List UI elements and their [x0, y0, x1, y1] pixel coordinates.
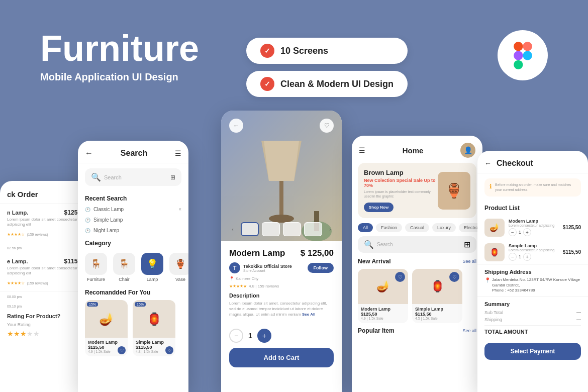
p4-product-1[interactable]: 🪔 ♡ Modern Lamp $125,50 4.9 | 1.5k Sale: [358, 269, 408, 323]
p2-clock-1: 🕐: [85, 207, 90, 212]
p4-prod-meta-1: 4.9 | 1.5k Sale: [361, 317, 405, 320]
p4-banner-desc: Lorem ipsum is placeholder text commonly…: [364, 189, 438, 199]
p1-item-desc-1: Lorem ipsum dolor sit amet consectetur a…: [7, 217, 86, 228]
p2-chair-label: Chair: [119, 277, 130, 282]
p3-qty-minus[interactable]: −: [229, 329, 243, 343]
p1-stars-rating: ★★★★★: [7, 329, 86, 338]
p3-desc-title: Description: [229, 292, 334, 299]
p5-back-arrow[interactable]: ←: [484, 159, 492, 167]
p5-qty-minus-2[interactable]: −: [509, 253, 517, 261]
p5-qty-val-2: 1: [519, 254, 521, 259]
p3-follow-button[interactable]: Follow: [308, 263, 334, 273]
p5-sub-total-row: Sub Total —: [484, 310, 581, 315]
p2-recent-close-1[interactable]: ×: [178, 207, 181, 212]
p3-rating-row: ★★★★★ 4.8 | 159 reviews: [229, 284, 334, 288]
p3-title-row: Modern Lamp $ 125,00: [229, 248, 334, 258]
p3-see-all[interactable]: See All: [302, 312, 315, 317]
p3-product-image: ← ♡ ‹ ›: [221, 111, 342, 241]
p2-product-2[interactable]: 15% 🏮 Simple Lamp $115,50 4.8 | 1.5k Sal…: [133, 300, 175, 356]
p3-thumb-4[interactable]: [304, 222, 322, 236]
p2-lamp-label: Lamp: [147, 277, 158, 282]
p3-thumb-prev[interactable]: ‹: [228, 222, 238, 236]
p2-product-1[interactable]: 15% 🪔 Modern Lamp $125,50 4.9 | 1.5k Sal…: [85, 300, 128, 356]
p5-qty-plus-1[interactable]: +: [523, 228, 531, 236]
p4-banner-sub: New Colection Special Sale Up to 70%: [364, 178, 438, 188]
p4-shop-btn[interactable]: Shop Now: [364, 203, 394, 212]
svg-marker-7: [264, 141, 299, 181]
p2-cat-lamp[interactable]: 💡 Lamp: [141, 253, 163, 282]
phone-detail: ← ♡ ‹ › Modern Lamp $ 125,00 T Tekokiku …: [221, 111, 342, 392]
p4-popular-row: Popular Item See all: [352, 327, 482, 338]
p2-cat-title: Category: [78, 236, 188, 249]
p2-rec-title: Recomandded For You: [78, 286, 188, 300]
svg-rect-0: [514, 42, 523, 51]
p2-filter-icon[interactable]: ⊞: [170, 174, 175, 181]
p2-heart-2[interactable]: ♡: [165, 346, 173, 354]
p4-see-all[interactable]: See all: [462, 259, 476, 264]
p3-content: Modern Lamp $ 125,00 T Tekokiku Official…: [221, 241, 342, 325]
p5-summary-title: Summary: [484, 301, 581, 307]
p2-back-arrow[interactable]: ←: [85, 149, 93, 158]
p2-cat-vase[interactable]: 🏺 Vase: [169, 253, 188, 282]
p5-location-icon2: 📍: [484, 277, 491, 283]
p5-checkout-title: Checkout: [497, 159, 533, 168]
p3-location-icon: 📍: [229, 276, 234, 281]
p4-product-2[interactable]: 🏮 ♡ Simple Lamp $115,50 4.5 | 1.5k Sale: [412, 269, 462, 323]
p5-qty-minus-1[interactable]: −: [509, 228, 517, 236]
p4-new-arrival-title: New Arrival: [358, 258, 391, 265]
p4-filter-all[interactable]: All: [358, 223, 373, 232]
p2-heart-1[interactable]: ♡: [118, 346, 126, 354]
p4-filter-casual[interactable]: Casual: [405, 223, 429, 232]
p1-reviews-2: (159 reviews): [27, 281, 48, 285]
p3-product-title: Modern Lamp: [229, 248, 285, 258]
p5-notice-text: Before making an order, make sure and ma…: [495, 182, 576, 192]
svg-rect-8: [279, 181, 283, 216]
p4-filter-luxury[interactable]: Luxury: [432, 223, 456, 232]
figma-icon: [509, 42, 537, 69]
p2-discount-2: 15%: [135, 302, 146, 307]
svg-rect-3: [514, 60, 523, 69]
p5-checkout-desc-2: Lorem consectetur adipiscing: [509, 248, 559, 252]
p2-recent-night: 🕐 Night Lamp: [78, 225, 188, 236]
p3-thumb-1[interactable]: [241, 222, 259, 236]
p3-store-row: T Tekokiku Official Store Store Account …: [229, 262, 334, 273]
p3-price: $ 125,00: [301, 248, 334, 258]
p4-filter-fashion[interactable]: Fashion: [376, 223, 402, 232]
p4-search-row[interactable]: 🔍 Search ⊞: [358, 236, 476, 253]
p4-new-arrival-row: New Arrival See all: [352, 258, 482, 269]
p5-qty-plus-2[interactable]: +: [523, 253, 531, 261]
p5-checkout-name-2: Simple Lamp: [509, 243, 559, 248]
p2-recent-classic: 🕐 Classic Lamp ×: [78, 204, 188, 215]
p5-summary: Summary Sub Total — Shipping — TOTAL AMO…: [477, 297, 588, 339]
p2-recent-text-1: Classic Lamp: [93, 207, 124, 212]
p2-menu-icon[interactable]: ☰: [175, 149, 181, 157]
p5-checkout-product-1: 🪔 Modern Lamp Lorem consectetur adipisci…: [477, 216, 588, 240]
figma-logo: [498, 30, 548, 80]
p3-qty-plus[interactable]: +: [257, 329, 271, 343]
p1-item-name-2: e Lamp.: [7, 258, 28, 264]
p3-heart-btn[interactable]: ♡: [320, 119, 334, 133]
p5-shipping-title: Shipping Address: [484, 269, 581, 275]
p3-thumb-next[interactable]: ›: [325, 222, 335, 236]
p3-thumb-3[interactable]: [283, 222, 301, 236]
p5-select-payment-button[interactable]: Select Payment: [484, 343, 581, 360]
p2-product-img-1: 15% 🪔: [85, 300, 128, 338]
p5-checkout-price-1: $125,50: [563, 225, 581, 230]
p2-cat-furniture[interactable]: 🪑 Furniture: [85, 253, 107, 282]
badge-design: ✓ Clean & Modern UI Design: [246, 71, 408, 97]
p3-add-cart-button[interactable]: Add to Cart: [229, 348, 334, 367]
p2-cat-chair[interactable]: 🪑 Chair: [113, 253, 135, 282]
p2-vase-label: Vase: [175, 277, 185, 282]
p3-thumb-2[interactable]: [262, 222, 280, 236]
p1-stars-1: ★★★★☆: [7, 232, 25, 237]
p5-notice: ℹ Before making an order, make sure and …: [484, 178, 581, 197]
p3-nav: ← ♡: [221, 119, 342, 133]
p4-prod-price-2: $115,50: [415, 312, 459, 317]
p4-filter-icon[interactable]: ⊞: [464, 240, 470, 249]
p3-back-btn[interactable]: ←: [229, 119, 243, 133]
p4-menu-icon[interactable]: ☰: [359, 146, 365, 154]
p4-see-all-2[interactable]: See all: [462, 328, 476, 333]
p2-search-bar[interactable]: 🔍 Search ⊞: [85, 168, 181, 186]
p5-checkout-desc-1: Lorem consectetur adipiscing: [509, 224, 559, 227]
p4-avatar[interactable]: 👤: [460, 143, 475, 158]
